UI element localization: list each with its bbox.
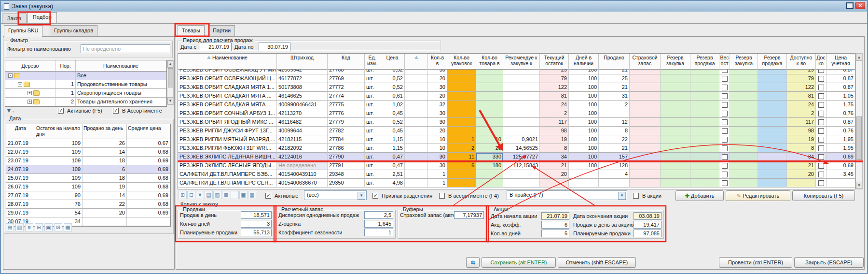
product-cell[interactable]	[405, 109, 428, 118]
date-cell[interactable]: 109	[35, 139, 83, 148]
product-cell[interactable]: шт.	[365, 179, 380, 187]
product-cell[interactable]	[630, 109, 661, 118]
product-cell[interactable]: 4	[599, 170, 630, 179]
product-cell[interactable]: 180	[476, 161, 503, 170]
date-cell[interactable]: 24.07.19	[6, 165, 35, 174]
column-header[interactable]: Цена учетная	[827, 54, 855, 70]
export-excel-icon[interactable]: ⊠	[222, 191, 230, 199]
field-value[interactable]: 3	[241, 220, 272, 228]
product-cell[interactable]: 100	[569, 153, 599, 161]
product-cell[interactable]: 20	[428, 127, 447, 135]
product-cell[interactable]: 0,76	[827, 109, 855, 118]
product-cell[interactable]	[503, 118, 540, 127]
date-cell[interactable]: 0,69	[127, 165, 170, 174]
column-header[interactable]: Дерево	[5, 60, 55, 71]
product-cell[interactable]	[690, 92, 719, 101]
checkbox-icon[interactable]	[818, 70, 824, 73]
checkbox-icon[interactable]	[722, 180, 728, 186]
product-cell[interactable]	[447, 179, 476, 187]
product-cell[interactable]	[661, 135, 690, 144]
product-cell[interactable]	[730, 153, 758, 161]
product-row[interactable]: РЕЗ.ЖЕВ.ЭКЛИПС ЛЕСНЫЕ ЯГОДЫ...Не определ…	[178, 161, 855, 170]
product-cell[interactable]	[758, 135, 787, 144]
tab-zakaz[interactable]: Заказ	[2, 14, 27, 24]
row-checkbox-cell[interactable]	[719, 74, 730, 83]
table-icon[interactable]: ▦	[248, 191, 256, 199]
date-cell[interactable]: 19	[83, 183, 127, 191]
filter-by-name-input[interactable]: Не определено	[81, 44, 170, 53]
product-row[interactable]: РЕЗ.ЖЕВ.ОРБИТ СЛАДКАЯ МЯТА ...4009900466…	[178, 101, 855, 109]
product-cell[interactable]	[730, 144, 758, 153]
product-cell[interactable]: 98	[540, 127, 569, 135]
product-cell[interactable]	[730, 170, 758, 179]
date-cell[interactable]: 21.07.19	[6, 139, 35, 148]
product-cell[interactable]: 100	[569, 135, 599, 144]
product-cell[interactable]	[447, 74, 476, 83]
checkbox-icon[interactable]	[722, 172, 728, 177]
grid-icon[interactable]: ▤	[6, 223, 14, 231]
product-cell[interactable]: 100	[569, 92, 599, 101]
column-header[interactable]: Цена	[380, 54, 405, 70]
filter-plus-icon[interactable]: ▼₊	[6, 107, 14, 114]
product-cell[interactable]: 79	[540, 74, 569, 83]
product-cell[interactable]	[690, 153, 719, 161]
print-icon[interactable]: ▣	[239, 191, 248, 199]
product-cell[interactable]	[405, 70, 428, 74]
product-cell[interactable]	[690, 109, 719, 118]
tree-row[interactable]: -Все	[5, 72, 166, 80]
product-row[interactable]: РЕЗ.ЖЕВ.ОРБИТ СЛАДКАЯ МЯТА 1...501738082…	[178, 83, 855, 92]
product-cell[interactable]: 27772	[328, 83, 365, 92]
product-cell[interactable]: 42124016	[277, 153, 328, 161]
product-cell[interactable]: 25	[599, 74, 630, 83]
product-cell[interactable]: 0,9021	[503, 135, 540, 144]
product-cell[interactable]: 0,47	[380, 161, 405, 170]
product-cell[interactable]: 20	[428, 74, 447, 83]
add-button[interactable]: ✚ Добавить	[675, 190, 724, 201]
add-row-icon[interactable]: ⊞	[179, 191, 187, 199]
product-cell[interactable]: 8	[787, 144, 816, 153]
product-cell[interactable]: шт.	[365, 101, 380, 109]
product-cell[interactable]	[690, 118, 719, 127]
columns-icon[interactable]: ▦	[64, 223, 72, 231]
product-cell[interactable]	[569, 179, 599, 187]
date-row[interactable]: 28.07.1976220,68	[6, 200, 170, 209]
product-cell[interactable]: 30	[428, 118, 447, 127]
checkbox-icon[interactable]	[818, 172, 824, 177]
product-cell[interactable]: 0,45	[380, 127, 405, 135]
field-value[interactable]: 19,417	[634, 221, 661, 229]
date-cell[interactable]: 54	[35, 209, 83, 217]
row-checkbox-cell[interactable]	[816, 118, 827, 127]
column-header[interactable]: Продано за день	[83, 124, 127, 139]
tree-row[interactable]: +2Товары длительного хранения	[5, 98, 166, 106]
cancel-button[interactable]: Отменить (shift ESCAPE)	[558, 257, 636, 268]
product-cell[interactable]: 6	[447, 161, 476, 170]
product-cell[interactable]	[405, 170, 428, 179]
product-cell[interactable]: 14,56525	[503, 144, 540, 153]
date-cell[interactable]: 6	[83, 165, 127, 174]
product-cell[interactable]: РЕЗ.ЖЕВ.ОРБИТ СОЧНЫЙ АРБУЗ 1...	[178, 109, 277, 118]
product-cell[interactable]: 11	[447, 153, 476, 161]
product-cell[interactable]: 2,51	[380, 170, 405, 179]
row-checkbox-cell[interactable]	[719, 135, 730, 144]
product-cell[interactable]	[447, 101, 476, 109]
product-cell[interactable]: 32	[428, 101, 447, 109]
product-cell[interactable]	[661, 92, 690, 101]
product-cell[interactable]: 1	[428, 170, 447, 179]
product-cell[interactable]	[540, 179, 569, 187]
product-cell[interactable]	[405, 92, 428, 101]
product-cell[interactable]: шт.	[365, 74, 380, 83]
date-cell[interactable]: 14	[83, 148, 127, 157]
product-cell[interactable]: 30	[428, 83, 447, 92]
product-cell[interactable]: 21	[599, 144, 630, 153]
product-cell[interactable]: 2	[540, 109, 569, 118]
product-cell[interactable]: 50173808	[277, 83, 328, 92]
scroll-down-icon[interactable]: ▼	[167, 97, 173, 104]
product-cell[interactable]: 42182115	[277, 135, 328, 144]
product-cell[interactable]	[758, 153, 787, 161]
product-cell[interactable]: РЕЗ.ЖЕВ.ОРБИТ ОСВЕЖАЮЩИЙ Ц...	[178, 74, 277, 83]
product-cell[interactable]: 112,15843	[503, 161, 540, 170]
product-cell[interactable]: 27768	[328, 70, 365, 74]
column-header[interactable]: Кол-в в	[428, 54, 447, 70]
product-cell[interactable]: 122	[540, 83, 569, 92]
product-cell[interactable]: 0,87	[827, 118, 855, 127]
